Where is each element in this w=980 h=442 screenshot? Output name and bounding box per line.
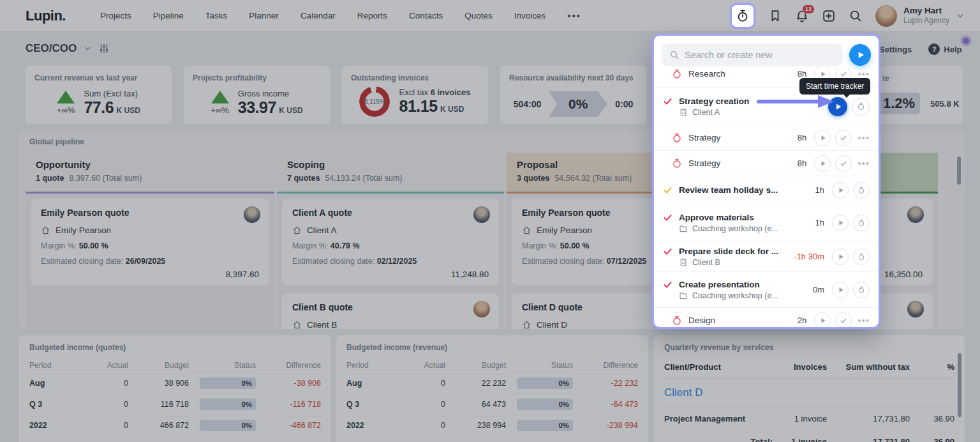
- search-input[interactable]: [685, 50, 835, 60]
- play-button[interactable]: [832, 282, 849, 298]
- task-client: Client A: [692, 108, 720, 117]
- task-title: Strategy creation: [679, 96, 749, 106]
- tracker-row[interactable]: Strategy 8h •••: [654, 151, 879, 176]
- tracked-time: 1h: [815, 185, 824, 195]
- more-icon[interactable]: •••: [858, 315, 870, 326]
- task-title: Strategy: [688, 133, 720, 142]
- task-title: Approve materials: [679, 213, 754, 222]
- stopwatch-icon: [672, 69, 682, 79]
- complete-button[interactable]: [835, 130, 852, 146]
- check-icon: [663, 280, 672, 289]
- tracked-time: 1h: [815, 218, 824, 227]
- task-title: Design: [688, 316, 715, 325]
- start-tracker-header-button[interactable]: [849, 44, 871, 66]
- tracker-row[interactable]: Strategy 8h •••: [654, 125, 879, 151]
- timer-button[interactable]: [853, 282, 870, 298]
- task-title: Prepare slide deck for ...: [679, 247, 778, 256]
- tracker-row[interactable]: Review team holiday s... 1h: [654, 176, 879, 204]
- time-tracker-button[interactable]: [730, 3, 755, 29]
- play-button[interactable]: [832, 248, 849, 265]
- tracker-row[interactable]: Prepare slide deck for ... Client B -1h …: [654, 241, 879, 272]
- timer-button[interactable]: [853, 248, 870, 265]
- task-project: Coaching workshop (e...: [692, 224, 778, 233]
- complete-button[interactable]: [835, 312, 852, 328]
- timer-button[interactable]: [853, 215, 870, 231]
- tracked-time: 8h: [798, 69, 806, 79]
- task-title: Research: [688, 69, 725, 79]
- task-project: Coaching workshop (e...: [692, 291, 778, 300]
- play-button[interactable]: [814, 130, 831, 146]
- tracked-time: 8h: [798, 158, 806, 168]
- tracker-row[interactable]: Approve materials Coaching workshop (e..…: [654, 204, 879, 241]
- app-window: Lupin. Projects Pipeline Tasks Planner C…: [0, 0, 980, 442]
- tracked-time: -1h 30m: [794, 252, 824, 261]
- stopwatch-icon: [672, 316, 682, 326]
- search-icon: [669, 50, 679, 60]
- timer-button[interactable]: [853, 182, 870, 199]
- pointer-arrow: [756, 95, 836, 109]
- play-button[interactable]: [814, 155, 831, 172]
- task-title: Review team holiday s...: [679, 185, 778, 195]
- client-icon: [679, 258, 688, 267]
- tracker-row[interactable]: Design 2h •••: [654, 308, 879, 327]
- task-client: Client B: [692, 258, 720, 267]
- check-icon: [663, 247, 672, 256]
- tracker-search[interactable]: [662, 43, 843, 66]
- tooltip: Start time tracker: [799, 78, 870, 95]
- complete-button[interactable]: [835, 155, 852, 172]
- more-icon[interactable]: •••: [858, 158, 870, 169]
- play-button[interactable]: [832, 215, 849, 231]
- task-title: Strategy: [688, 158, 720, 168]
- check-icon: [663, 213, 672, 222]
- client-icon: [679, 108, 688, 117]
- check-icon: [663, 185, 672, 195]
- time-tracker-popup: Research 8h ••• Strategy creation: [652, 34, 880, 329]
- play-icon: [856, 50, 866, 60]
- task-title: Create presentation: [679, 280, 760, 289]
- tracked-time: 0m: [813, 285, 824, 294]
- folder-icon: [679, 291, 688, 300]
- stopwatch-icon: [672, 133, 682, 143]
- play-button[interactable]: [814, 312, 831, 328]
- stopwatch-icon: [736, 9, 750, 23]
- tracked-time: 2h: [798, 316, 806, 325]
- more-icon[interactable]: •••: [858, 132, 870, 143]
- folder-icon: [679, 224, 688, 233]
- tracker-row[interactable]: Create presentation Coaching workshop (e…: [654, 272, 879, 308]
- play-button[interactable]: [832, 182, 849, 199]
- tracked-time: 8h: [798, 133, 806, 142]
- timer-button[interactable]: [852, 98, 870, 116]
- check-icon: [663, 96, 672, 106]
- stopwatch-icon: [672, 158, 682, 169]
